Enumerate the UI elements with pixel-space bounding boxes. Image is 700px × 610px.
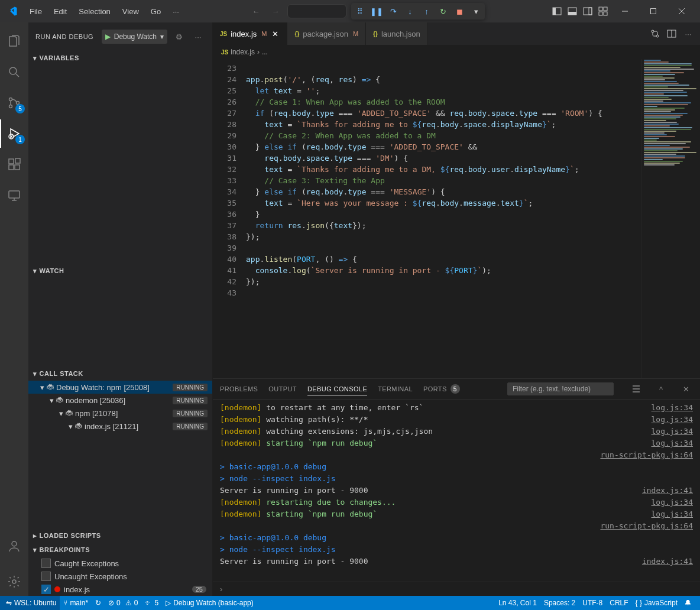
status-sync[interactable]: ↻: [92, 596, 105, 610]
svg-rect-7: [604, 7, 607, 11]
panel-tab-ports[interactable]: PORTS5: [423, 382, 460, 396]
layout-secondary-sidebar-button[interactable]: [581, 4, 595, 18]
section-callstack[interactable]: ▾CALL STACK: [28, 366, 212, 381]
activity-accounts[interactable]: [0, 532, 28, 560]
bp-caught-exceptions[interactable]: Caught Exceptions: [28, 557, 212, 570]
breadcrumb[interactable]: JS index.js › ...: [213, 45, 700, 59]
restart-button[interactable]: ↻: [435, 4, 451, 18]
checkbox-icon[interactable]: [41, 559, 51, 568]
console-source-link[interactable]: index.js:41: [642, 556, 700, 567]
section-breakpoints[interactable]: ▾BREAKPOINTS: [28, 543, 212, 557]
activity-extensions[interactable]: [0, 150, 28, 179]
status-debug[interactable]: ▷Debug Watch (basic-app): [162, 596, 257, 610]
console-source-link[interactable]: log.js:34: [652, 402, 700, 414]
console-filter-input[interactable]: Filter (e.g. text, !exclude): [507, 382, 614, 395]
call-stack-item[interactable]: ▾🐞︎npm [21078]RUNNING: [28, 407, 212, 420]
status-encoding[interactable]: UTF-8: [579, 599, 606, 607]
activity-run-debug[interactable]: 1: [0, 119, 28, 148]
command-center-input[interactable]: [287, 4, 346, 18]
sidebar-more-button[interactable]: ···: [191, 30, 205, 44]
console-line: [nodemon] watching extensions: js,mjs,cj…: [220, 426, 700, 437]
editor-tab[interactable]: JSindex.jsM✕: [213, 22, 287, 45]
step-out-button[interactable]: ↑: [419, 4, 434, 18]
console-source-link[interactable]: log.js:34: [652, 426, 700, 437]
start-debug-button[interactable]: ▶: [105, 33, 111, 41]
activity-explorer[interactable]: [0, 27, 28, 56]
checkbox-checked-icon[interactable]: ✓: [41, 585, 51, 594]
activity-source-control[interactable]: 5: [0, 89, 28, 117]
breadcrumb-file[interactable]: index.js: [231, 48, 255, 56]
panel-tab-debug-console[interactable]: DEBUG CONSOLE: [307, 383, 367, 395]
step-over-button[interactable]: ↷: [385, 4, 401, 18]
status-eol[interactable]: CRLF: [606, 599, 631, 607]
status-ports[interactable]: ᯤ5: [141, 596, 162, 610]
js-file-icon: JS: [221, 49, 228, 56]
debug-config-select[interactable]: ▶ Debug Watch ▾: [102, 30, 167, 44]
layout-panel-button[interactable]: [565, 4, 579, 18]
call-stack-item[interactable]: ▾🐞︎Debug Watch: npm [25008]RUNNING: [28, 381, 212, 394]
compare-changes-button[interactable]: [648, 27, 662, 41]
menu-more[interactable]: ···: [168, 5, 184, 18]
call-stack-item[interactable]: ▾🐞︎index.js [21121]RUNNING: [28, 420, 212, 433]
nav-back-button[interactable]: ←: [248, 5, 263, 18]
console-source-link[interactable]: log.js:34: [652, 414, 700, 426]
menu-go[interactable]: Go: [146, 5, 166, 18]
bp-file[interactable]: ✓index.js25: [28, 583, 212, 596]
menu-view[interactable]: View: [118, 5, 144, 18]
debug-drag-handle[interactable]: ⠿: [352, 4, 368, 18]
stop-button[interactable]: ◼: [452, 4, 467, 18]
layout-customize-button[interactable]: [596, 4, 610, 18]
split-editor-button[interactable]: [665, 27, 679, 41]
panel-tab-problems[interactable]: PROBLEMS: [220, 383, 258, 395]
menu-edit[interactable]: Edit: [49, 5, 72, 18]
call-stack-item[interactable]: ▾🐞︎nodemon [25036]RUNNING: [28, 394, 212, 407]
panel-close-button[interactable]: ✕: [679, 382, 693, 396]
status-indentation[interactable]: Spaces: 2: [540, 599, 579, 607]
console-source-link[interactable]: run-script-pkg.js:64: [600, 449, 700, 461]
status-branch[interactable]: ⑂main*: [60, 596, 92, 610]
panel-tab-output[interactable]: OUTPUT: [268, 383, 297, 395]
menu-selection[interactable]: Selection: [74, 5, 115, 18]
panel-maximize-button[interactable]: ^: [654, 382, 668, 396]
console-source-link[interactable]: log.js:34: [652, 437, 700, 449]
status-problems[interactable]: ⊘0⚠0: [105, 596, 141, 610]
editor-tab[interactable]: {}launch.json: [366, 22, 428, 45]
bp-uncaught-exceptions[interactable]: Uncaught Exceptions: [28, 570, 212, 583]
pause-button[interactable]: ❚❚: [369, 4, 384, 18]
menu-file[interactable]: File: [25, 5, 47, 18]
activity-settings[interactable]: [0, 567, 28, 596]
console-line: [nodemon] watching path(s): **/*log.js:3…: [220, 414, 700, 426]
svg-rect-20: [9, 191, 20, 198]
status-remote[interactable]: ⇋WSL: Ubuntu: [0, 596, 60, 610]
editor-tab[interactable]: {}package.jsonM: [287, 22, 366, 45]
checkbox-icon[interactable]: [41, 572, 51, 581]
status-notifications[interactable]: 🔔︎: [681, 599, 695, 607]
window-maximize-button[interactable]: [640, 0, 667, 22]
window-close-button[interactable]: [668, 0, 695, 22]
section-variables[interactable]: ▾VARIABLES: [28, 51, 212, 65]
debug-repl-input[interactable]: ›: [213, 582, 700, 596]
console-source-link[interactable]: log.js:34: [652, 508, 700, 520]
status-language[interactable]: { }JavaScript: [632, 599, 681, 607]
section-loaded-scripts[interactable]: ▸LOADED SCRIPTS: [28, 528, 212, 543]
console-source-link[interactable]: run-script-pkg.js:64: [600, 520, 700, 532]
minimap[interactable]: [641, 59, 700, 378]
panel-tab-terminal[interactable]: TERMINAL: [378, 383, 413, 395]
status-cursor-pos[interactable]: Ln 43, Col 1: [495, 599, 540, 607]
more-actions-button[interactable]: ···: [681, 27, 695, 41]
window-minimize-button[interactable]: [611, 0, 639, 22]
panel-tree-view-button[interactable]: [629, 382, 643, 396]
activity-search[interactable]: [0, 58, 28, 86]
step-into-button[interactable]: ↓: [402, 4, 417, 18]
console-source-link[interactable]: log.js:34: [652, 497, 700, 508]
activity-remote[interactable]: [0, 181, 28, 209]
debug-target-dropdown[interactable]: ▾: [468, 4, 484, 18]
console-source-link[interactable]: index.js:41: [642, 485, 700, 497]
ports-badge: 5: [451, 384, 460, 394]
debug-configure-button[interactable]: ⚙: [172, 30, 186, 44]
layout-primary-sidebar-button[interactable]: [550, 4, 564, 18]
nav-forward-button[interactable]: →: [268, 5, 283, 18]
section-watch[interactable]: ▾WATCH: [28, 264, 212, 278]
tab-close-button[interactable]: ✕: [270, 29, 280, 38]
code-editor[interactable]: 2324252627282930313233343536373839404142…: [213, 59, 700, 378]
